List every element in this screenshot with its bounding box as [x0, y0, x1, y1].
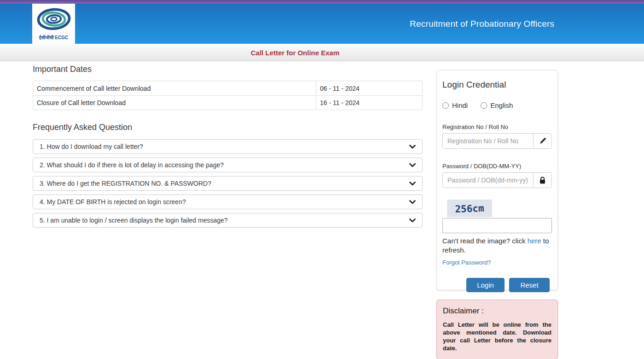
registration-input-group — [442, 133, 552, 149]
faq-item-3[interactable]: 3. Where do I get the REGISTRATION NO. &… — [33, 176, 423, 191]
password-input-group — [442, 172, 552, 188]
faq-item-2[interactable]: 2. What should I do if there is lot of d… — [33, 158, 423, 172]
important-dates-heading: Important Dates — [33, 65, 423, 74]
ecgc-logo: ईसीजीसी ECGC — [32, 4, 75, 44]
reset-button[interactable]: Reset — [509, 278, 550, 292]
disclaimer-heading: Disclaimer : — [443, 306, 551, 316]
table-row: Closure of Call letter Download 16 - 11 … — [33, 95, 422, 110]
faq-list: 1. How do I download my call letter? 2. … — [33, 139, 423, 228]
table-row: Commencement of Call letter Download 06 … — [33, 81, 422, 95]
captcha-text: 256cm — [455, 203, 484, 215]
important-dates-table: Commencement of Call letter Download 06 … — [33, 81, 423, 110]
faq-question: 5. I am unable to login / screen display… — [40, 217, 228, 224]
main-content: Important Dates Commencement of Call let… — [33, 65, 423, 231]
captcha-input[interactable] — [442, 218, 552, 233]
ecgc-eye-icon — [35, 7, 72, 35]
login-panel: Login Credential Hindi English Registrat… — [436, 70, 558, 290]
login-button[interactable]: Login — [466, 278, 505, 292]
disclaimer-body: Call Letter will be online from the abov… — [443, 321, 551, 352]
radio-english[interactable]: English — [481, 101, 513, 109]
radio-english-input[interactable] — [481, 102, 487, 109]
password-input[interactable] — [443, 173, 533, 188]
faq-question: 2. What should I do if there is lot of d… — [40, 161, 224, 169]
captcha-refresh-text: Can't read the image? click here to refr… — [442, 236, 552, 255]
radio-hindi-input[interactable] — [442, 102, 449, 109]
table-cell-value: 16 - 11 - 2024 — [316, 99, 360, 106]
pencil-icon — [533, 134, 551, 148]
faq-question: 4. My DATE OF BIRTH is rejected on login… — [40, 198, 186, 206]
login-heading: Login Credential — [442, 80, 552, 90]
disclaimer-panel: Disclaimer : Call Letter will be online … — [436, 300, 558, 359]
chevron-down-icon — [409, 217, 416, 224]
banner-title: Call Letter for Online Exam — [251, 48, 340, 56]
faq-question: 3. Where do I get the REGISTRATION NO. &… — [40, 180, 211, 187]
table-cell-label: Commencement of Call letter Download — [33, 81, 316, 95]
faq-heading: Frequently Asked Question — [33, 123, 423, 132]
logo-text: ईसीजीसी ECGC — [39, 35, 68, 41]
top-accent-strip — [0, 0, 644, 4]
faq-item-5[interactable]: 5. I am unable to login / screen display… — [33, 213, 423, 228]
chevron-down-icon — [409, 198, 416, 206]
faq-question: 1. How do I download my call letter? — [40, 143, 143, 150]
table-cell-label: Closure of Call letter Download — [33, 96, 316, 110]
login-column: Login Credential Hindi English Registrat… — [436, 70, 558, 359]
forgot-password-link[interactable]: Forgot Password? — [442, 259, 491, 266]
chevron-down-icon — [409, 161, 416, 169]
registration-input[interactable] — [443, 134, 533, 148]
radio-hindi[interactable]: Hindi — [442, 101, 468, 109]
faq-item-4[interactable]: 4. My DATE OF BIRTH is rejected on login… — [33, 194, 423, 209]
language-selector: Hindi English — [442, 101, 552, 109]
radio-hindi-label: Hindi — [452, 101, 468, 109]
registration-label: Registration No / Roll No — [442, 124, 552, 130]
password-label: Password / DOB(DD-MM-YY) — [442, 163, 552, 170]
lock-icon — [533, 173, 551, 188]
faq-item-1[interactable]: 1. How do I download my call letter? — [33, 139, 423, 154]
header: ईसीजीसी ECGC Recruitment of Probationary… — [0, 4, 644, 44]
chevron-down-icon — [409, 180, 416, 187]
page: ईसीजीसी ECGC Recruitment of Probationary… — [0, 0, 644, 359]
page-title: Recruitment of Probationary Officers — [410, 19, 554, 29]
table-cell-value: 06 - 11 - 2024 — [316, 85, 360, 92]
refresh-text-before: Can't read the image? click — [442, 237, 528, 245]
captcha-image: 256cm — [447, 200, 492, 217]
radio-english-label: English — [490, 101, 513, 109]
sub-header-bar: Call Letter for Online Exam — [0, 44, 644, 61]
chevron-down-icon — [409, 143, 416, 150]
refresh-here-link[interactable]: here — [528, 237, 541, 245]
button-row: Login Reset — [442, 278, 552, 292]
